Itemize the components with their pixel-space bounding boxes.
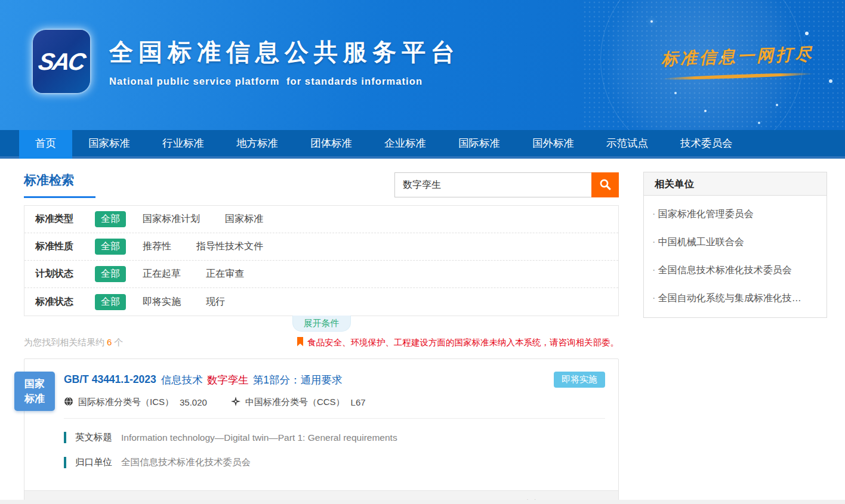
result-count-prefix: 为您找到相关结果约: [24, 337, 104, 347]
filter-option[interactable]: 正在审查: [206, 268, 244, 280]
filter-option[interactable]: 正在起草: [143, 268, 181, 280]
filter-row-standard-nature: 标准性质 全部 推荐性 指导性技术文件: [24, 233, 618, 261]
filter-option[interactable]: 推荐性: [143, 240, 171, 253]
english-title-label: 英文标题: [75, 431, 112, 444]
result-card: 国家 标准 GB/T 43441.1-2023 信息技术 数字孪生 第1部分：通…: [24, 358, 619, 504]
nav-item-national-standards[interactable]: 国家标准: [72, 130, 146, 159]
main-nav: 首页 国家标准 行业标准 地方标准 团体标准 企业标准 国际标准 国外标准 示范…: [0, 130, 845, 159]
standard-code-link[interactable]: GB/T 43441.1-2023: [64, 373, 156, 386]
filter-row-standard-type: 标准类型 全部 国家标准计划 国家标准: [24, 206, 618, 233]
star-dots-decoration: [650, 20, 653, 23]
related-units-list: 国家标准化管理委员会 中国机械工业联合会 全国信息技术标准化技术委员会 全国自动…: [644, 196, 827, 317]
site-subtitle: National public service platform for sta…: [109, 76, 460, 87]
brand-text: 全国标准信息公共服务平台 National public service pla…: [109, 36, 460, 87]
result-count: 为您找到相关结果约6个: [24, 337, 123, 348]
sidebar-item-automation-systems-committee[interactable]: 全国自动化系统与集成标准化技…: [644, 285, 827, 313]
ccs-value: L67: [351, 397, 366, 407]
filter-option[interactable]: 国家标准: [225, 213, 263, 225]
card-body: GB/T 43441.1-2023 信息技术 数字孪生 第1部分：通用要求 即将…: [24, 359, 618, 480]
filter-row-plan-status: 计划状态 全部 正在起草 正在审查: [24, 261, 618, 288]
sidebar-item-machinery-federation[interactable]: 中国机械工业联合会: [644, 228, 827, 256]
standard-title-highlight[interactable]: 数字孪生: [207, 373, 249, 387]
search-icon: [599, 178, 612, 193]
ics-meta: 国际标准分类号（ICS） 35.020: [64, 397, 207, 408]
standard-title-part1[interactable]: 信息技术: [161, 373, 203, 387]
search-section: 标准检索: [24, 159, 619, 196]
ics-value: 35.020: [180, 397, 207, 407]
nav-item-industry-standards[interactable]: 行业标准: [146, 130, 220, 159]
globe-icon: [64, 397, 78, 408]
sac-logo-text: SAC: [36, 48, 86, 75]
sidebar-item-sac[interactable]: 国家标准化管理委员会: [644, 200, 827, 228]
nav-item-group-standards[interactable]: 团体标准: [294, 130, 368, 159]
ccs-meta: 中国标准分类号（CCS） L67: [231, 397, 366, 408]
card-meta-row: 国际标准分类号（ICS） 35.020 中国标准分类号（CCS）: [64, 397, 605, 419]
content: 标准检索: [0, 159, 845, 504]
filter-label: 标准状态: [35, 296, 95, 308]
result-info-row: 为您找到相关结果约6个 食品安全、环境保护、工程建设方面的国家标准未纳入本系统，…: [24, 337, 619, 348]
filter-option[interactable]: 指导性技术文件: [196, 240, 263, 253]
nav-item-international-standards[interactable]: 国际标准: [442, 130, 516, 159]
related-units-title: 相关单位: [644, 172, 827, 196]
notice: 食品安全、环境保护、工程建设方面的国家标准未纳入本系统，请咨询相关部委。: [297, 337, 619, 348]
sac-logo[interactable]: SAC: [33, 30, 90, 93]
filter-all-badge[interactable]: 全部: [95, 294, 126, 310]
dept-label: 归口单位: [75, 456, 112, 469]
filter-panel: 标准类型 全部 国家标准计划 国家标准 标准性质 全部 推荐性 指导性技术文件 …: [24, 205, 619, 316]
slogan: 标准信息一网打尽: [661, 45, 814, 78]
nav-item-technical-committees[interactable]: 技术委员会: [664, 130, 749, 159]
expand-conditions-button[interactable]: 展开条件: [292, 316, 351, 332]
nav-item-foreign-standards[interactable]: 国外标准: [516, 130, 590, 159]
filter-label: 标准类型: [35, 213, 95, 225]
card-title-row: GB/T 43441.1-2023 信息技术 数字孪生 第1部分：通用要求 即将…: [64, 372, 605, 388]
filter-option[interactable]: 即将实施: [143, 296, 181, 308]
compass-icon: [231, 397, 245, 408]
filter-row-standard-status: 标准状态 全部 即将实施 现行: [24, 288, 618, 316]
filter-option[interactable]: 现行: [206, 296, 225, 308]
nav-item-local-standards[interactable]: 地方标准: [220, 130, 294, 159]
main-column: 标准检索: [24, 159, 619, 504]
standard-type-badge: 国家 标准: [14, 372, 55, 411]
nav-item-enterprise-standards[interactable]: 企业标准: [368, 130, 442, 159]
english-title-row: 英文标题 Information technology—Digital twin…: [64, 431, 605, 444]
search-input[interactable]: [394, 172, 591, 197]
dept-value: 全国信息技术标准化技术委员会: [121, 456, 251, 469]
detail-bar: [64, 432, 66, 443]
filter-all-badge[interactable]: 全部: [95, 211, 126, 227]
standard-type-badge-line2: 标准: [24, 391, 45, 406]
filter-option[interactable]: 国家标准计划: [143, 213, 200, 225]
filter-all-badge[interactable]: 全部: [95, 239, 126, 255]
standard-type-badge-line1: 国家: [24, 376, 45, 391]
filter-label: 标准性质: [35, 240, 95, 253]
brand[interactable]: SAC 全国标准信息公共服务平台 National public service…: [33, 30, 460, 93]
standard-title-part2[interactable]: 第1部分：通用要求: [253, 373, 343, 387]
site-title: 全国标准信息公共服务平台: [109, 36, 460, 69]
notice-text: 食品安全、环境保护、工程建设方面的国家标准未纳入本系统，请咨询相关部委。: [307, 337, 619, 348]
ics-label: 国际标准分类号（ICS）: [78, 397, 174, 408]
english-title-value: Information technology—Digital twin—Part…: [121, 432, 397, 443]
filter-all-badge[interactable]: 全部: [95, 266, 126, 282]
search-box: [394, 172, 619, 197]
status-badge: 即将实施: [554, 372, 605, 388]
section-tab-standard-search[interactable]: 标准检索: [24, 172, 95, 198]
result-count-number: 6: [107, 337, 112, 347]
nav-item-pilot-programs[interactable]: 示范试点: [590, 130, 664, 159]
search-button[interactable]: [591, 172, 619, 197]
sidebar-item-it-standardization-committee[interactable]: 全国信息技术标准化技术委员会: [644, 256, 827, 285]
nav-item-home[interactable]: 首页: [19, 130, 72, 159]
related-units-panel: 相关单位 国家标准化管理委员会 中国机械工业联合会 全国信息技术标准化技术委员会…: [643, 172, 827, 318]
site-header: SAC 全国标准信息公共服务平台 National public service…: [0, 0, 845, 130]
ccs-label: 中国标准分类号（CCS）: [245, 397, 345, 408]
slogan-text: 标准信息一网打尽: [661, 43, 814, 71]
filter-label: 计划状态: [35, 268, 95, 280]
bottom-strip: [0, 500, 845, 504]
page: SAC 全国标准信息公共服务平台 National public service…: [0, 0, 845, 504]
detail-bar: [64, 457, 66, 468]
bookmark-icon: [297, 337, 307, 348]
section-underline: [24, 196, 95, 198]
result-count-suffix: 个: [114, 337, 123, 347]
dept-row: 归口单位 全国信息技术标准化技术委员会: [64, 456, 605, 469]
section-title: 标准检索: [24, 172, 95, 188]
